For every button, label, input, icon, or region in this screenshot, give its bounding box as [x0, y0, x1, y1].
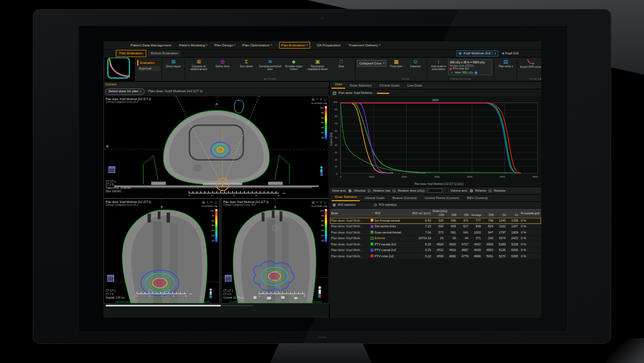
- subtab-evaluation[interactable]: Evaluation: [137, 60, 160, 66]
- tab-dose-statistics[interactable]: Dose Statistics: [346, 83, 375, 89]
- snapshot-icon[interactable]: ▤: [202, 200, 205, 204]
- plan-setup-button[interactable]: ▤ Plan setup ▾: [496, 58, 515, 81]
- pan-icon[interactable]: +: [207, 200, 208, 204]
- dose-tool-icon: ▦: [394, 59, 399, 64]
- auto-scale-button[interactable]: ↕ Auto scale to prescription: [429, 58, 448, 71]
- menu-qa-preparation[interactable]: QA Preparation: [317, 43, 342, 47]
- radio-volume-absolute[interactable]: [489, 189, 491, 192]
- ribbon-action-button[interactable]: □ Stop: [329, 58, 353, 68]
- relative-dose-input[interactable]: [428, 188, 442, 193]
- select-layout-button[interactable]: ⊞ Select layout: [164, 58, 183, 81]
- menu-treatment-delivery[interactable]: Treatment Delivery▾: [349, 43, 380, 47]
- slice-info: CT: CT 1 CT 1 S Coronal: 21.39 cm: [223, 289, 244, 300]
- ribbon-dose-button[interactable]: ▦ Final dose: [386, 58, 406, 68]
- scene: { "theme":{"accent":"#e8a020","selection…: [0, 0, 644, 363]
- table-row[interactable]: Plan dose: Kopf Multi... Ziel-rechts-lin…: [330, 224, 541, 230]
- tab-bev-current[interactable]: BEV (Current): [464, 196, 491, 201]
- ribbon-separator: [162, 59, 162, 80]
- tab-robust-evaluation[interactable]: Robust Evaluation: [147, 50, 182, 57]
- ribbon-separator: [427, 59, 427, 80]
- menu-plan-optimization[interactable]: Plan Optimization▾: [242, 43, 272, 47]
- tab-plan-evaluation[interactable]: Plan Evaluation: [116, 50, 146, 57]
- pan-icon[interactable]: +: [316, 97, 318, 101]
- viewport-coronal[interactable]: Plan dose: Kopf Multimet 2x2 (CT 1) Clin…: [221, 198, 329, 304]
- ribbon-action-button[interactable]: ▣ Recompute invalidated doses: [306, 58, 329, 71]
- ribbon-action-button[interactable]: ≋ Compute perturbed dose: [258, 58, 282, 71]
- table-row[interactable]: Plan dose: Kopf Multi... PTV cranial 2x2…: [330, 248, 541, 254]
- raystation-logo: [104, 58, 136, 81]
- dvh-legend-checkbox[interactable]: ✓: [333, 92, 336, 95]
- tab-control-points-current[interactable]: Control Points (Current): [421, 196, 463, 201]
- snapshot-icon[interactable]: ▤: [312, 97, 315, 101]
- patient-orientation-figure: [208, 288, 214, 300]
- tab-dose-statistics-lower[interactable]: Dose Statistics: [332, 195, 360, 201]
- radio-dose-relative-dose[interactable]: [393, 189, 395, 192]
- horizontal-scrollbar[interactable]: [106, 305, 254, 306]
- ribbon-action-button[interactable]: ◎ Define dose: [211, 58, 234, 68]
- fullscreen-icon[interactable]: ▢: [324, 97, 327, 101]
- dvh-title: DVH: [433, 98, 439, 102]
- radio-roi-statistics[interactable]: [333, 204, 336, 206]
- ribbon-action-button[interactable]: Σ Sum doses: [234, 58, 258, 68]
- viewer-panel: Current Select dose for plan ▾ Plan dose…: [103, 82, 329, 318]
- prescription-roi: PTV mitte 3x2: [450, 67, 490, 70]
- group-label-actions: ACTIONS: [187, 77, 353, 81]
- fullscreen-icon[interactable]: ▢: [324, 200, 327, 204]
- scrollbar-thumb[interactable]: [106, 305, 221, 306]
- table-row[interactable]: Plan dose: Kopf Multi... PTV mitte 2x2 6…: [330, 253, 541, 260]
- menu-patient-modeling[interactable]: Patient Modeling▾: [179, 43, 207, 47]
- menu-plan-evaluation[interactable]: Plan Evaluation▾: [279, 42, 310, 48]
- fullscreen-icon[interactable]: ▢: [214, 200, 217, 204]
- tab-dvh[interactable]: DVH: [332, 82, 345, 89]
- ribbon-dose-button[interactable]: ⊙ Inspector: [406, 58, 425, 68]
- tab-beams-current[interactable]: Beams (Current): [389, 196, 420, 201]
- dvh-plot-area: [340, 102, 538, 174]
- roi-color-swatch: [371, 249, 373, 252]
- ribbon-action-button[interactable]: ◆ Simulate organ motion: [282, 58, 306, 71]
- 3d-orientation-cube-icon[interactable]: [225, 275, 232, 282]
- dose-scale-label: % of 5000 cGy: [202, 205, 217, 208]
- tab-clinical-goals[interactable]: Clinical Goals: [376, 83, 403, 89]
- menu-plan-design[interactable]: Plan Design▾: [214, 43, 236, 47]
- viewport-dose-info: Plan dose: Kopf Multimet 2x2 (CT 1) Clin…: [223, 200, 269, 206]
- table-row[interactable]: Plan dose: Kopf Multi... Scr-Frontal-ven…: [330, 218, 541, 224]
- menu-patient-data-management[interactable]: Patient Data Management: [130, 43, 172, 47]
- select-dose-dropdown[interactable]: Select dose for plan ▾: [105, 88, 145, 94]
- dose-scale-label: % of 5000 cGy: [311, 205, 327, 208]
- pan-icon[interactable]: +: [316, 200, 318, 204]
- action-icon: □: [340, 59, 342, 64]
- table-row[interactable]: Plan dose: Kopf Multi... PTV caudal 2x2 …: [330, 241, 541, 248]
- tab-line-dose[interactable]: Line Dose: [404, 83, 425, 89]
- ct-transversal-image: [104, 96, 329, 198]
- table-row[interactable]: Plan dose: Kopf Multi... Scau-ventral-fr…: [330, 230, 541, 236]
- subtab-approval[interactable]: Approval: [137, 66, 160, 72]
- prescription-value: ✔Value: 5001 cGyi: [450, 71, 478, 74]
- viewport-sagittal[interactable]: Plan dose: Kopf Multimet 2x2 (CT 1) Clin…: [103, 198, 220, 304]
- dose-selection-row: Select dose for plan ▾ Plan dose: Kopf M…: [103, 88, 329, 96]
- dvh-tabbar: DVH Dose Statistics Clinical Goals Line …: [330, 82, 541, 89]
- tab-clinical-goals-lower[interactable]: Clinical Goals: [361, 196, 388, 201]
- ribbon-group-actions: ⊞ Compute on additional sets ◎ Define do…: [187, 58, 353, 81]
- zoom-icon[interactable]: ⊙: [320, 97, 322, 101]
- ribbon-action-button[interactable]: ⊞ Compute on additional sets: [187, 58, 211, 71]
- 3d-orientation-cube-icon[interactable]: [107, 275, 114, 282]
- table-row[interactable]: Plan dose: Kopf Multi... Externe 10714.1…: [330, 236, 541, 242]
- beamset-label[interactable]: ◀ Kopf 2x2: [502, 51, 519, 55]
- radio-dose-relative-max[interactable]: [368, 189, 371, 192]
- ct-sagittal-image: [104, 199, 219, 303]
- dose-engine-dropdown[interactable]: Collapsed Cone ▾: [357, 60, 386, 67]
- radio-volume-relative[interactable]: [470, 189, 473, 192]
- export-dvh-curves-button[interactable]: Export DVH curves: [519, 58, 541, 68]
- radio-poi-statistics[interactable]: [374, 204, 377, 206]
- zoom-icon[interactable]: ⊙: [320, 200, 322, 204]
- radio-dose-absolute[interactable]: [349, 189, 351, 192]
- workflow-subtabs: Evaluation Approval: [137, 58, 160, 81]
- viewport-transversal[interactable]: Plan dose: Kopf Multimet 2x2 (CT 1) Clin…: [103, 96, 329, 198]
- snapshot-icon[interactable]: ▤: [312, 200, 315, 204]
- plan-dropdown[interactable]: ▣ Kopf Multimet 2x2 ▾: [456, 50, 498, 57]
- ribbon-separator: [517, 59, 517, 80]
- zoom-icon[interactable]: ⊙: [210, 200, 212, 204]
- info-icon[interactable]: i: [475, 71, 477, 74]
- dvh-curve-scau-ventral-frontal: [341, 103, 426, 173]
- 3d-orientation-cube-icon[interactable]: [108, 166, 115, 173]
